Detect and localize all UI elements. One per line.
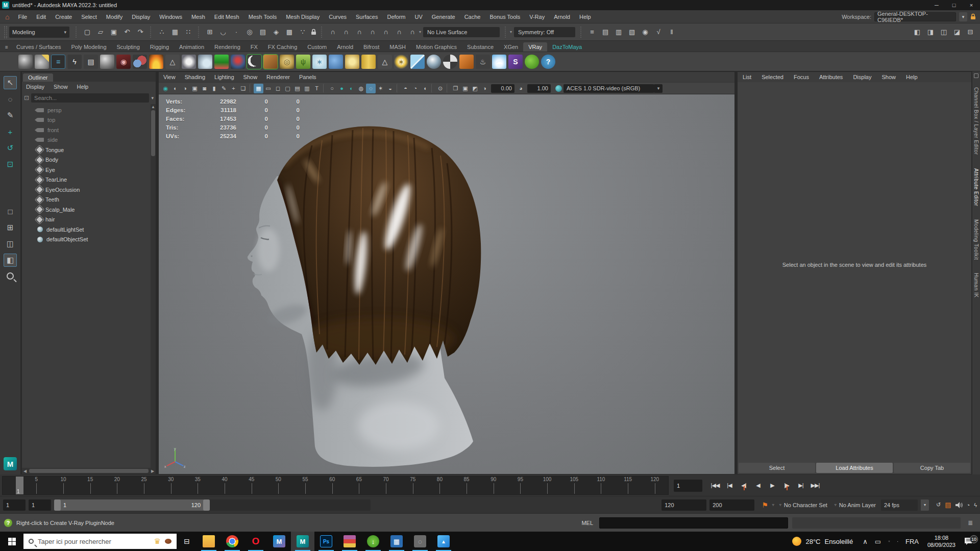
shelf-tab[interactable]: FX bbox=[246, 42, 263, 52]
checker-ball-icon[interactable] bbox=[443, 55, 457, 69]
playback-end-field[interactable]: 120 bbox=[662, 499, 706, 511]
maya-app[interactable]: M bbox=[267, 532, 291, 551]
play-backwards-button[interactable]: ◀ bbox=[751, 480, 765, 492]
list-item[interactable]: EyeOcclusion bbox=[22, 185, 156, 195]
list-item[interactable]: Body bbox=[22, 155, 156, 165]
xgen-grass-icon[interactable]: ψ bbox=[296, 55, 310, 69]
attribute-editor-button[interactable]: Copy Tab bbox=[894, 463, 970, 473]
pause-viewport-button[interactable]: ‖ bbox=[666, 26, 678, 38]
photos-app[interactable]: ▲ bbox=[432, 532, 455, 551]
menu-item[interactable]: Select bbox=[77, 10, 102, 23]
shelf-tab[interactable]: Arnold bbox=[332, 42, 358, 52]
daztomaya-icon[interactable] bbox=[525, 55, 539, 69]
attribute-editor-menu-item[interactable]: Focus bbox=[789, 74, 814, 80]
scroll-left-icon[interactable]: ◀ bbox=[22, 469, 28, 473]
textured-mode-icon[interactable]: ◐ bbox=[347, 84, 356, 93]
nparticle-icon[interactable] bbox=[329, 55, 343, 69]
menu-item[interactable]: Surfaces bbox=[351, 10, 382, 23]
safe-action-icon[interactable]: ▥ bbox=[302, 84, 312, 93]
separator[interactable] bbox=[323, 84, 326, 93]
close-button[interactable]: × bbox=[963, 0, 980, 10]
viewport-menu-item[interactable]: Show bbox=[239, 74, 262, 80]
list-item[interactable]: defaultLightSet bbox=[22, 224, 156, 235]
image-plane-icon[interactable]: ✎ bbox=[219, 84, 229, 93]
view-previous-icon[interactable]: ◐ bbox=[170, 84, 180, 93]
shelf-tab[interactable]: Curves / Surfaces bbox=[11, 42, 66, 52]
shelf-tab[interactable]: Bifrost bbox=[358, 42, 384, 52]
panel-icon[interactable] bbox=[974, 73, 978, 78]
menu-set-select[interactable]: Modeling▾ bbox=[9, 27, 69, 38]
menu-item[interactable]: UV bbox=[410, 10, 427, 23]
snap-view-plane-button[interactable]: ▤ bbox=[257, 26, 269, 38]
snap-magnet-curve-button[interactable]: ∩ bbox=[340, 26, 352, 38]
shelf-menu-icon[interactable]: ≡ bbox=[3, 44, 10, 50]
idm-app[interactable]: ↓ bbox=[361, 532, 385, 551]
wireframe-on-shaded-icon[interactable]: ◍ bbox=[356, 84, 366, 93]
shelf-tab[interactable]: Rigging bbox=[145, 42, 174, 52]
vray-fire-icon[interactable] bbox=[149, 55, 163, 69]
language-indicator[interactable]: FRA bbox=[902, 538, 922, 545]
start-button[interactable] bbox=[0, 532, 23, 551]
snap-together-button[interactable]: ∵ bbox=[297, 26, 309, 38]
lock-selection-icon[interactable] bbox=[311, 29, 316, 35]
gamma-field[interactable]: 1.00 bbox=[527, 84, 551, 93]
vray-proxy-export-icon[interactable] bbox=[18, 55, 33, 69]
magnifier-icon[interactable] bbox=[7, 272, 14, 280]
winrar-app[interactable] bbox=[338, 532, 361, 551]
mel-command-input[interactable] bbox=[599, 517, 788, 529]
view-next-icon[interactable]: ◑ bbox=[180, 84, 190, 93]
menu-item[interactable]: V-Ray bbox=[525, 10, 549, 23]
wireframe-mode-icon[interactable]: ○ bbox=[327, 84, 337, 93]
audio-icon[interactable] bbox=[955, 502, 963, 508]
vray-spheres-icon[interactable] bbox=[133, 55, 147, 69]
xray-mode-icon[interactable]: ◌ bbox=[366, 84, 376, 93]
select-component-button[interactable]: ∷ bbox=[182, 26, 194, 38]
vray-proxy-import-icon[interactable] bbox=[35, 55, 49, 69]
vray-moon-material-icon[interactable] bbox=[247, 55, 261, 69]
list-item[interactable]: hair bbox=[22, 215, 156, 225]
cloud-sync-icon[interactable]: ☁ bbox=[492, 55, 506, 69]
menu-item[interactable]: Arnold bbox=[549, 10, 575, 23]
anti-aliasing-icon[interactable]: ◖ bbox=[420, 84, 430, 93]
two-d-pan-zoom-icon[interactable]: + bbox=[229, 84, 238, 93]
redo-button[interactable]: ↷ bbox=[134, 26, 146, 38]
separator[interactable] bbox=[431, 84, 434, 93]
copy-view-icon[interactable]: ❐ bbox=[451, 84, 460, 93]
image-snapshot-icon[interactable]: ◩ bbox=[470, 84, 480, 93]
sidebar-tab[interactable]: Attribute Editor bbox=[973, 168, 979, 206]
vray-bake-texture-icon[interactable] bbox=[263, 55, 278, 69]
snap-grid-button[interactable]: ⊞ bbox=[204, 26, 216, 38]
animation-end-field[interactable]: 200 bbox=[709, 499, 754, 511]
menu-item[interactable]: Curves bbox=[324, 10, 351, 23]
outliner-menu-item[interactable]: Display bbox=[22, 84, 48, 90]
vray-scene-manager-icon[interactable]: ≡ bbox=[51, 55, 65, 69]
maya-running-app[interactable]: M bbox=[291, 532, 314, 551]
list-item[interactable]: Scalp_Male bbox=[22, 205, 156, 215]
camera-attributes-icon[interactable]: ◙ bbox=[200, 84, 209, 93]
modeling-toolkit-toggle-button[interactable]: ◧ bbox=[911, 26, 923, 38]
menu-item[interactable]: Cache bbox=[460, 10, 485, 23]
list-item[interactable]: Tongue bbox=[22, 145, 156, 155]
snap-projected-center-button[interactable]: ◎ bbox=[243, 26, 256, 38]
exposure-icon[interactable]: ◑ bbox=[480, 84, 489, 93]
field-chart-icon[interactable]: ▤ bbox=[292, 84, 302, 93]
snap-magnet-extra-button[interactable]: ∩ bbox=[406, 26, 419, 38]
filter-icon[interactable]: ⊡ bbox=[24, 94, 29, 102]
sidebar-tab[interactable]: Human IK bbox=[973, 273, 979, 297]
graph-editor-button[interactable]: ▧ bbox=[626, 26, 638, 38]
go-to-start-button[interactable]: |◀◀ bbox=[708, 480, 722, 492]
safe-title-icon[interactable]: T bbox=[312, 84, 322, 93]
snap-magnet-projected-button[interactable]: ∩ bbox=[366, 26, 379, 38]
taskbar-search-input[interactable]: Taper ici pour rechercher ♛ bbox=[23, 534, 177, 549]
attribute-editor-menu-item[interactable]: Show bbox=[876, 74, 901, 80]
shelf-tab[interactable]: Substance bbox=[462, 42, 499, 52]
step-forward-frame-button[interactable]: ▶| bbox=[794, 480, 807, 492]
shelf-tab[interactable]: VRay bbox=[523, 42, 547, 52]
colorspace-dropdown-arrow[interactable]: ▾ bbox=[654, 84, 663, 93]
tray-chevron-icon[interactable]: ∧ bbox=[859, 538, 871, 545]
cylinder-light-icon[interactable] bbox=[361, 55, 376, 69]
attribute-editor-menu-item[interactable]: Help bbox=[901, 74, 923, 80]
sidebar-tab[interactable]: Channel Box / Layer Editor bbox=[973, 87, 979, 155]
lasso-select-tool[interactable]: ◌ bbox=[4, 92, 17, 106]
snap-magnet-point-button[interactable]: ∩ bbox=[353, 26, 365, 38]
